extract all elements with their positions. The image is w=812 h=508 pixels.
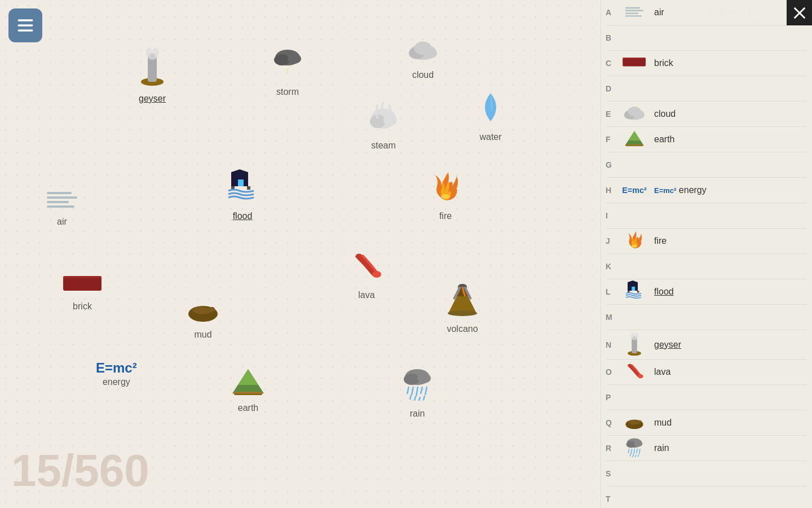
flood-label: flood <box>233 211 253 221</box>
fire-label: fire <box>439 211 452 221</box>
svg-point-9 <box>274 54 290 65</box>
sidebar-row-r[interactable]: R rain <box>601 436 812 461</box>
svg-line-48 <box>425 387 427 395</box>
canvas-element-storm[interactable]: storm <box>271 45 304 97</box>
svg-line-84 <box>637 449 638 453</box>
close-button[interactable] <box>787 0 812 25</box>
earth-label: earth <box>238 403 258 413</box>
storm-label: storm <box>276 87 299 97</box>
svg-line-87 <box>633 454 633 457</box>
svg-line-46 <box>416 387 418 396</box>
energy-icon: E=mc² <box>96 361 137 375</box>
svg-point-42 <box>404 374 420 385</box>
svg-point-29 <box>372 271 381 278</box>
sidebar-letter-j: J <box>606 237 619 246</box>
sidebar-label-flood: flood <box>654 287 674 297</box>
sidebar-row-m: M <box>601 305 812 330</box>
svg-line-44 <box>407 387 409 394</box>
svg-point-43 <box>417 373 431 383</box>
canvas-element-rain[interactable]: rain <box>400 367 434 419</box>
geyser-icon <box>135 45 169 91</box>
canvas-element-air[interactable]: air <box>45 181 79 227</box>
rain-label: rain <box>410 409 425 419</box>
sidebar-row-h[interactable]: HE=mc²E=mc² energy <box>601 178 812 203</box>
svg-line-88 <box>636 455 636 457</box>
sidebar-row-e[interactable]: E cloud <box>601 102 812 126</box>
sidebar-label-earth: earth <box>654 134 674 144</box>
sidebar-row-c[interactable]: C brick <box>601 51 812 76</box>
flood-icon <box>226 169 259 209</box>
svg-point-67 <box>632 244 637 247</box>
air-label: air <box>57 217 67 227</box>
sidebar-label-energy: E=mc² energy <box>654 185 707 195</box>
sidebar-row-g: G <box>601 152 812 177</box>
canvas-element-energy[interactable]: E=mc²energy <box>96 361 137 387</box>
sidebar-label-fire: fire <box>654 236 667 246</box>
geyser-label: geyser <box>139 94 166 104</box>
canvas-element-lava[interactable]: lava <box>350 248 383 300</box>
sidebar-row-a[interactable]: A air <box>601 0 812 25</box>
sidebar-letter-f: F <box>606 135 619 144</box>
sidebar-letter-c: C <box>606 59 619 68</box>
svg-rect-0 <box>18 19 33 21</box>
sidebar-label-lava: lava <box>654 367 670 377</box>
sidebar-row-k: K <box>601 254 812 279</box>
sidebar-row-s: S <box>601 461 812 486</box>
elements-sidebar: A airBC brickDE cloudF earthGHE=mc²E=mc²… <box>601 0 812 508</box>
brick-icon <box>62 265 103 299</box>
svg-point-28 <box>441 194 450 199</box>
water-icon <box>474 90 508 130</box>
mud-icon <box>186 294 220 327</box>
svg-line-82 <box>631 449 632 454</box>
brick-label: brick <box>73 301 92 312</box>
svg-rect-2 <box>18 29 33 32</box>
sidebar-row-q[interactable]: Q mud <box>601 410 812 435</box>
sidebar-row-l[interactable]: L flood <box>601 279 812 304</box>
canvas-element-brick[interactable]: brick <box>62 265 103 312</box>
sidebar-label-brick: brick <box>654 58 673 68</box>
sidebar-letter-k: K <box>606 262 619 271</box>
sidebar-icon-lava <box>619 361 650 383</box>
sidebar-letter-g: G <box>606 160 619 169</box>
sidebar-row-n[interactable]: N geyser <box>601 330 812 359</box>
sidebar-row-o[interactable]: O lava <box>601 360 812 384</box>
sidebar-letter-a: A <box>606 8 619 17</box>
canvas-element-geyser[interactable]: geyser <box>135 45 169 104</box>
canvas-element-water[interactable]: water <box>474 90 508 142</box>
sidebar-icon-rain <box>619 437 650 459</box>
canvas-element-cloud[interactable]: cloud <box>406 34 440 80</box>
water-label: water <box>479 132 501 142</box>
svg-point-76 <box>638 374 643 378</box>
sidebar-row-t: T <box>601 487 812 508</box>
svg-marker-38 <box>238 369 258 385</box>
canvas-element-earth[interactable]: earth <box>231 367 265 413</box>
canvas-element-flood[interactable]: flood <box>226 169 259 221</box>
sidebar-row-f[interactable]: F earth <box>601 127 812 152</box>
svg-line-51 <box>419 397 420 401</box>
canvas-element-volcano[interactable]: volcano <box>445 282 479 334</box>
svg-rect-25 <box>238 179 244 186</box>
sidebar-letter-i: I <box>606 211 619 220</box>
svg-point-35 <box>448 310 477 316</box>
svg-line-85 <box>639 449 640 454</box>
canvas-element-fire[interactable]: fire <box>429 169 462 221</box>
sidebar-letter-b: B <box>606 33 619 42</box>
sidebar-icon-air <box>619 5 650 20</box>
storm-icon <box>271 45 304 85</box>
svg-line-86 <box>630 454 630 457</box>
svg-rect-72 <box>637 291 639 293</box>
canvas-element-steam[interactable]: steam <box>367 99 400 151</box>
sidebar-row-j[interactable]: J fire <box>601 229 812 253</box>
sidebar-icon-mud <box>619 415 650 431</box>
sidebar-icon-fire <box>619 230 650 252</box>
svg-rect-70 <box>632 287 635 291</box>
svg-line-49 <box>410 395 411 400</box>
menu-button[interactable] <box>8 8 42 42</box>
air-icon <box>45 181 79 214</box>
score-display: 15/560 <box>11 445 149 497</box>
svg-line-81 <box>628 449 629 453</box>
sidebar-letter-o: O <box>606 367 619 376</box>
rain-icon <box>400 367 434 406</box>
svg-rect-27 <box>247 186 250 190</box>
canvas-element-mud[interactable]: mud <box>186 294 220 340</box>
